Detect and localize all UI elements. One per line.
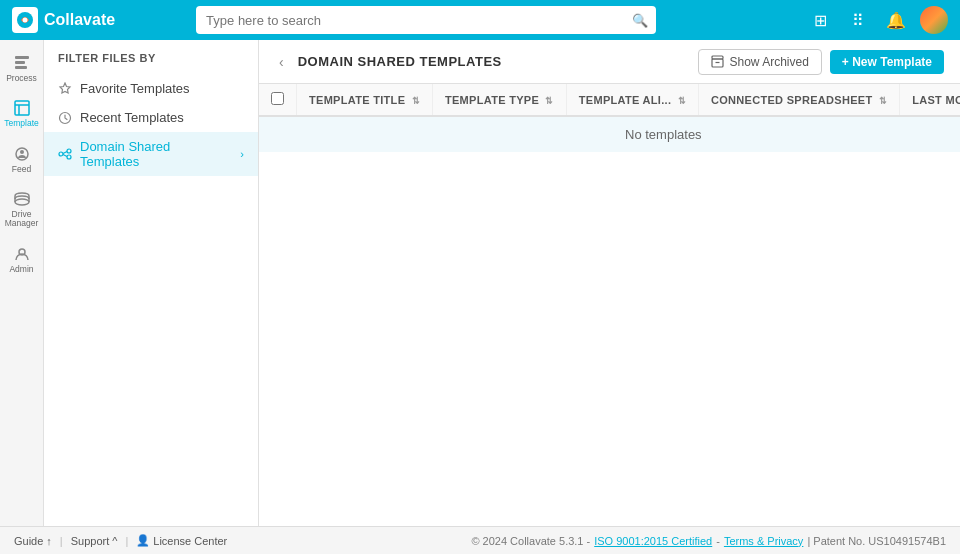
sidebar-item-favorite-templates[interactable]: Favorite Templates bbox=[44, 74, 258, 103]
guide-icon: ↑ bbox=[46, 535, 52, 547]
show-archived-label: Show Archived bbox=[729, 55, 808, 69]
sort-icon-title: ⇅ bbox=[412, 96, 420, 106]
svg-point-13 bbox=[59, 152, 63, 156]
footer-sep-2: | bbox=[125, 535, 128, 547]
license-link[interactable]: 👤 License Center bbox=[136, 534, 227, 547]
nav-label-drive-manager: Drive Manager bbox=[5, 210, 39, 229]
license-icon: 👤 bbox=[136, 534, 150, 547]
select-all-checkbox[interactable] bbox=[271, 92, 284, 105]
no-data-row: No templates bbox=[259, 116, 960, 152]
support-link[interactable]: Support ^ bbox=[71, 535, 118, 547]
footer-sep-1: | bbox=[60, 535, 63, 547]
no-data-checkbox-cell bbox=[259, 116, 297, 152]
nav-item-process[interactable]: Process bbox=[2, 48, 42, 89]
guide-link[interactable]: Guide ↑ bbox=[14, 535, 52, 547]
footer-left: Guide ↑ | Support ^ | 👤 License Center bbox=[14, 534, 227, 547]
main: Process Template Feed Drive M bbox=[0, 40, 960, 526]
page-title: DOMAIN SHARED TEMPLATES bbox=[298, 54, 689, 69]
th-template-title[interactable]: TEMPLATE TITLE ⇅ bbox=[297, 84, 433, 116]
new-template-button[interactable]: + New Template bbox=[830, 50, 944, 74]
svg-rect-19 bbox=[712, 56, 723, 59]
nav-label-feed: Feed bbox=[12, 165, 31, 174]
nav-item-feed[interactable]: Feed bbox=[2, 139, 42, 180]
svg-line-16 bbox=[63, 152, 67, 154]
show-archived-button[interactable]: Show Archived bbox=[698, 49, 821, 75]
chevron-right-icon: › bbox=[240, 148, 244, 160]
sidebar-label-domain: Domain Shared Templates bbox=[80, 139, 232, 169]
avatar[interactable] bbox=[920, 6, 948, 34]
svg-point-14 bbox=[67, 149, 71, 153]
sidebar-filter-label: FILTER FILES BY bbox=[44, 52, 258, 74]
copyright-text: © 2024 Collavate 5.3.1 - bbox=[471, 535, 590, 547]
nav-item-template[interactable]: Template bbox=[2, 93, 42, 134]
footer: Guide ↑ | Support ^ | 👤 License Center ©… bbox=[0, 526, 960, 554]
guide-label: Guide bbox=[14, 535, 43, 547]
content: ‹ DOMAIN SHARED TEMPLATES Show Archived … bbox=[259, 40, 960, 526]
nav-label-process: Process bbox=[6, 74, 37, 83]
grid-icon[interactable]: ⠿ bbox=[844, 6, 872, 34]
th-last-modified[interactable]: LAST MODIFIE... ⇅ bbox=[900, 84, 960, 116]
archive-icon bbox=[711, 55, 724, 68]
th-connected-spreadsheet[interactable]: CONNECTED SPREADSHEET ⇅ bbox=[698, 84, 899, 116]
sidebar: FILTER FILES BY Favorite Templates Recen… bbox=[44, 40, 259, 526]
sidebar-item-domain-shared-templates[interactable]: Domain Shared Templates › bbox=[44, 132, 258, 176]
sidebar-label-favorite: Favorite Templates bbox=[80, 81, 190, 96]
svg-point-10 bbox=[15, 199, 29, 205]
topbar-right: ⊞ ⠿ 🔔 bbox=[806, 6, 948, 34]
no-data-cell: No templates bbox=[297, 116, 961, 152]
patent-text: | Patent No. US10491574B1 bbox=[807, 535, 946, 547]
footer-dash: - bbox=[716, 535, 720, 547]
table-header-row: TEMPLATE TITLE ⇅ TEMPLATE TYPE ⇅ TEMPLAT… bbox=[259, 84, 960, 116]
topbar: Collavate 🔍 ⊞ ⠿ 🔔 bbox=[0, 0, 960, 40]
th-template-type[interactable]: TEMPLATE TYPE ⇅ bbox=[432, 84, 566, 116]
nav-label-template: Template bbox=[4, 119, 39, 128]
logo-icon bbox=[12, 7, 38, 33]
svg-point-1 bbox=[23, 18, 28, 23]
nav-label-admin: Admin bbox=[9, 265, 33, 274]
svg-rect-5 bbox=[15, 101, 29, 115]
header-actions: Show Archived + New Template bbox=[698, 49, 944, 75]
content-header: ‹ DOMAIN SHARED TEMPLATES Show Archived … bbox=[259, 40, 960, 84]
svg-point-15 bbox=[67, 155, 71, 159]
logo-text: Collavate bbox=[44, 11, 115, 29]
sort-icon-alias: ⇅ bbox=[678, 96, 686, 106]
nav-item-drive-manager[interactable]: Drive Manager bbox=[2, 184, 42, 235]
footer-right: © 2024 Collavate 5.3.1 - ISO 9001:2015 C… bbox=[471, 535, 946, 547]
svg-point-9 bbox=[20, 150, 24, 154]
left-nav: Process Template Feed Drive M bbox=[0, 40, 44, 526]
templates-table: TEMPLATE TITLE ⇅ TEMPLATE TYPE ⇅ TEMPLAT… bbox=[259, 84, 960, 152]
sort-icon-type: ⇅ bbox=[545, 96, 553, 106]
back-button[interactable]: ‹ bbox=[275, 50, 288, 74]
search-bar: 🔍 bbox=[196, 6, 656, 34]
svg-rect-3 bbox=[15, 61, 25, 64]
notifications-icon[interactable]: 🔔 bbox=[882, 6, 910, 34]
svg-rect-4 bbox=[15, 66, 27, 69]
license-label: License Center bbox=[153, 535, 227, 547]
search-input[interactable] bbox=[196, 6, 656, 34]
sort-icon-spreadsheet: ⇅ bbox=[879, 96, 887, 106]
svg-rect-2 bbox=[15, 56, 29, 59]
no-data-message: No templates bbox=[625, 127, 702, 142]
iso-link[interactable]: ISO 9001:2015 Certified bbox=[594, 535, 712, 547]
table-container: TEMPLATE TITLE ⇅ TEMPLATE TYPE ⇅ TEMPLAT… bbox=[259, 84, 960, 526]
support-label: Support bbox=[71, 535, 110, 547]
nav-item-admin[interactable]: Admin bbox=[2, 239, 42, 280]
sidebar-label-recent: Recent Templates bbox=[80, 110, 184, 125]
logo[interactable]: Collavate bbox=[12, 7, 115, 33]
th-template-alias[interactable]: TEMPLATE ALI... ⇅ bbox=[566, 84, 698, 116]
support-icon: ^ bbox=[112, 535, 117, 547]
search-icon: 🔍 bbox=[632, 13, 648, 28]
sidebar-item-recent-templates[interactable]: Recent Templates bbox=[44, 103, 258, 132]
th-checkbox bbox=[259, 84, 297, 116]
svg-line-17 bbox=[63, 155, 67, 157]
terms-link[interactable]: Terms & Privacy bbox=[724, 535, 803, 547]
new-template-label: + New Template bbox=[842, 55, 932, 69]
apps-icon[interactable]: ⊞ bbox=[806, 6, 834, 34]
